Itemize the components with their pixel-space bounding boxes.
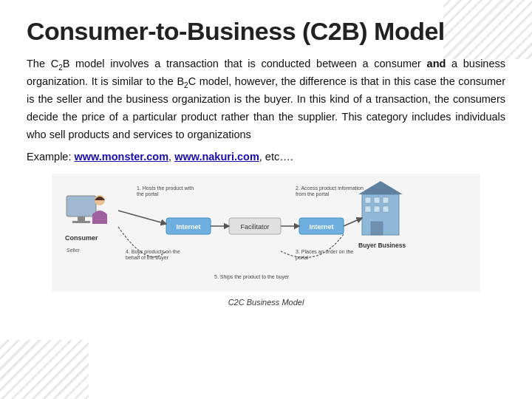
svg-text:the portal: the portal [137,191,159,197]
svg-text:Buyer Business: Buyer Business [358,242,406,249]
paragraph1: The C2B model involves a transaction tha… [27,55,505,144]
svg-rect-23 [383,197,389,203]
svg-rect-25 [374,206,380,212]
svg-rect-24 [365,206,371,212]
svg-rect-26 [383,206,389,212]
svg-rect-22 [374,197,380,203]
svg-rect-21 [365,197,371,203]
example-suffix: , etc…. [259,151,293,163]
svg-rect-1 [66,196,96,216]
svg-text:Facilitator: Facilitator [240,223,269,231]
svg-rect-3 [72,221,90,223]
link2[interactable]: www.nakuri.com [174,151,259,163]
svg-rect-27 [371,222,383,235]
diagram-container: Consumer Seller 1. Hosts the product wit… [27,174,505,307]
example-line: Example: www.monster.com, www.nakuri.com… [27,149,505,166]
svg-text:4. Buys products on the: 4. Buys products on the [126,249,180,255]
link1[interactable]: www.monster.com [74,151,168,163]
svg-text:Seller: Seller [66,248,81,253]
svg-text:2. Access product information: 2. Access product information [296,185,364,191]
example-label: Example: [27,151,74,163]
diagram-caption: C2C Business Model [52,298,480,307]
diagram-svg: Consumer Seller 1. Hosts the product wit… [52,174,480,292]
decoration-bottom-left [0,340,89,399]
svg-text:Internet: Internet [309,223,333,231]
slide-title: Consumer-to-Business (C2B) Model [27,18,505,45]
svg-text:3. Places an order on the: 3. Places an order on the [296,249,353,254]
svg-text:5. Ships the product to the bu: 5. Ships the product to the buyer [214,274,290,280]
svg-text:from the portal: from the portal [296,191,330,197]
svg-text:Internet: Internet [176,223,200,231]
svg-text:1. Hosts the product with: 1. Hosts the product with [137,185,194,191]
svg-rect-2 [78,216,85,221]
svg-text:Consumer: Consumer [65,234,98,242]
slide: Consumer-to-Business (C2B) Model The C2B… [0,0,532,399]
